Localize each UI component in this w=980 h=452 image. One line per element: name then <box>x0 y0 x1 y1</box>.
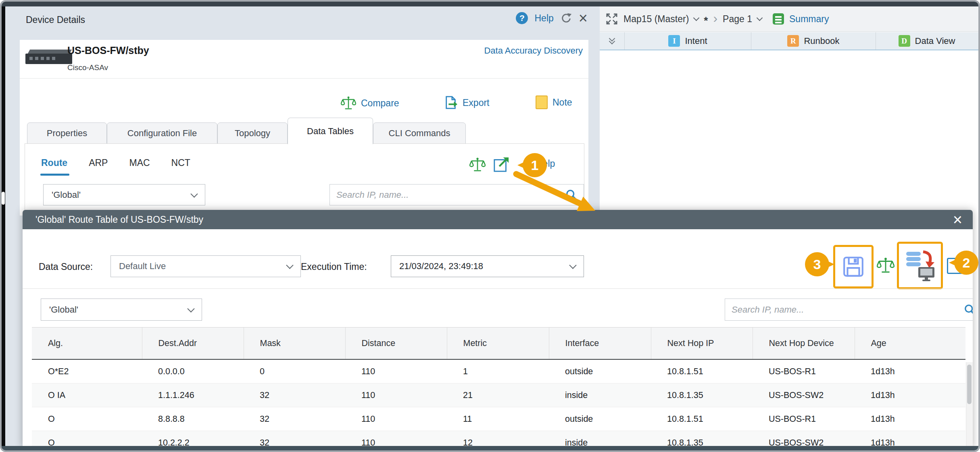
tab-data-view[interactable]: D Data View <box>876 32 978 50</box>
double-chevron-down-icon <box>610 38 614 44</box>
table-row[interactable]: O*E20.0.0.001101outside10.8.1.51US-BOS-R… <box>32 359 965 384</box>
compare-label: Compare <box>361 98 399 109</box>
table-cell: 21 <box>447 384 549 407</box>
execution-time-select[interactable]: 21/03/2024, 23:49:18 <box>391 255 584 277</box>
data-accuracy-discovery-link[interactable]: Data Accuracy Discovery <box>484 46 583 56</box>
compare-button[interactable]: Compare <box>341 95 399 111</box>
save-icon[interactable] <box>842 255 865 278</box>
page-name[interactable]: Page 1 <box>723 14 752 25</box>
close-icon[interactable]: × <box>579 12 588 24</box>
subtab-nct[interactable]: NCT <box>171 158 190 168</box>
panel-title: Device Details <box>26 15 85 25</box>
table-cell: O*E2 <box>32 359 142 384</box>
help-link[interactable]: Help <box>534 13 553 24</box>
help-question-icon[interactable]: ? <box>516 12 528 24</box>
device-image <box>25 49 72 67</box>
step1-callout: 1 <box>523 153 547 177</box>
device-card: US-BOS-FW/stby Cisco-ASAv Data Accuracy … <box>20 40 588 216</box>
table-cell: 1d13h <box>855 384 965 407</box>
export-button[interactable]: Export <box>444 95 489 110</box>
tab-intent[interactable]: I Intent <box>625 32 751 50</box>
panel-resize-handle[interactable] <box>2 192 5 205</box>
table-cell: 1d13h <box>855 359 965 384</box>
chevron-down-icon <box>286 261 293 269</box>
column-header[interactable]: Dest.Addr <box>142 328 244 360</box>
column-header[interactable]: Interface <box>549 328 651 360</box>
page-chevron-icon[interactable] <box>757 15 763 21</box>
data-source-select[interactable]: Default Live <box>111 255 301 277</box>
summary-link[interactable]: Summary <box>789 14 829 25</box>
chevron-down-icon <box>569 261 576 269</box>
expand-map-icon[interactable] <box>605 12 618 25</box>
subtab-mac[interactable]: MAC <box>129 158 150 168</box>
summary-icon[interactable] <box>773 13 784 25</box>
table-cell: 10.8.1.51 <box>651 359 753 384</box>
modal-close-icon[interactable]: × <box>953 211 962 229</box>
tab-properties[interactable]: Properties <box>27 122 107 144</box>
device-name: US-BOS-FW/stby <box>67 45 149 56</box>
column-header[interactable]: Age <box>855 328 965 360</box>
refresh-icon[interactable] <box>560 12 572 24</box>
search-icon[interactable] <box>963 303 973 316</box>
table-cell: inside <box>549 431 651 448</box>
execution-time-label: Execution Time: <box>301 261 367 272</box>
table-cell: O <box>32 407 142 431</box>
tab-configuration-file[interactable]: Configuration File <box>107 122 217 144</box>
tab-runbook[interactable]: R Runbook <box>751 32 876 50</box>
step1-number: 1 <box>531 158 539 173</box>
table-cell: 32 <box>244 431 345 448</box>
column-header[interactable]: Alg. <box>32 328 142 360</box>
tab-cli-commands[interactable]: CLI Commands <box>373 122 466 144</box>
route-search-input[interactable] <box>336 189 561 201</box>
route-table-modal: 'Global' Route Table of US-BOS-FW/stby ×… <box>23 210 973 448</box>
modal-search-input[interactable] <box>731 304 959 315</box>
table-row[interactable]: O8.8.8.83211011outside10.8.1.51US-BOS-R1… <box>32 407 965 431</box>
scope-select[interactable]: 'Global' <box>43 184 205 205</box>
retrieve-live-data-icon[interactable] <box>905 249 935 282</box>
scrollbar-thumb[interactable] <box>967 365 972 404</box>
compare-results-icon[interactable] <box>877 257 895 274</box>
data-tables-panel: Route ARP MAC NCT <box>25 143 584 216</box>
open-popup-icon[interactable] <box>493 156 510 173</box>
column-header[interactable]: Mask <box>244 328 345 360</box>
table-row[interactable]: O10.2.2.23211012inside10.8.1.35US-BOS-SW… <box>32 431 965 448</box>
column-header[interactable]: Next Hop Device <box>753 328 855 360</box>
note-button[interactable]: Note <box>536 95 572 109</box>
step2-callout: 2 <box>954 251 978 275</box>
execution-time-value: 21/03/2024, 23:49:18 <box>399 261 483 272</box>
modal-scope-select[interactable]: 'Global' <box>41 299 202 321</box>
search-icon[interactable] <box>565 189 578 201</box>
step3-callout: 3 <box>805 252 829 276</box>
export-label: Export <box>463 97 489 108</box>
breadcrumb-separator: › <box>713 11 717 26</box>
column-header[interactable]: Distance <box>345 328 447 360</box>
table-scrollbar[interactable] <box>966 362 973 448</box>
table-cell: US-BOS-SW2 <box>753 384 855 407</box>
table-cell: 0.0.0.0 <box>142 359 244 384</box>
column-header[interactable]: Next Hop IP <box>651 328 753 360</box>
table-cell: 0 <box>244 359 345 384</box>
app-window: Device Details ? Help × US-BOS-FW/stby C… <box>0 0 980 452</box>
route-table-body: O*E20.0.0.001101outside10.8.1.51US-BOS-R… <box>32 359 965 448</box>
collapse-tabs-button[interactable] <box>600 32 625 50</box>
map-name[interactable]: Map15 (Master) <box>623 14 689 25</box>
divider <box>20 78 588 79</box>
modal-titlebar: 'Global' Route Table of US-BOS-FW/stby × <box>23 210 973 229</box>
table-cell: 1d13h <box>855 407 965 431</box>
subtab-route[interactable]: Route <box>41 158 67 168</box>
table-row[interactable]: O IA1.1.1.2463211021inside10.8.1.35US-BO… <box>32 384 965 407</box>
tab-data-tables[interactable]: Data Tables <box>288 118 373 144</box>
map-chevron-icon[interactable] <box>693 15 700 21</box>
table-cell: 10.2.2.2 <box>142 431 244 448</box>
table-cell: 110 <box>345 431 447 448</box>
table-cell: O IA <box>32 384 142 407</box>
table-cell: 32 <box>244 407 345 431</box>
step2-number: 2 <box>963 255 970 271</box>
table-cell: 110 <box>345 407 447 431</box>
subtab-arp[interactable]: ARP <box>89 158 108 168</box>
table-cell: US-BOS-SW2 <box>753 431 855 448</box>
column-header[interactable]: Metric <box>447 328 549 360</box>
compare-table-icon[interactable] <box>469 157 486 173</box>
window-bottom-edge <box>2 446 978 450</box>
tab-topology[interactable]: Topology <box>217 122 288 144</box>
